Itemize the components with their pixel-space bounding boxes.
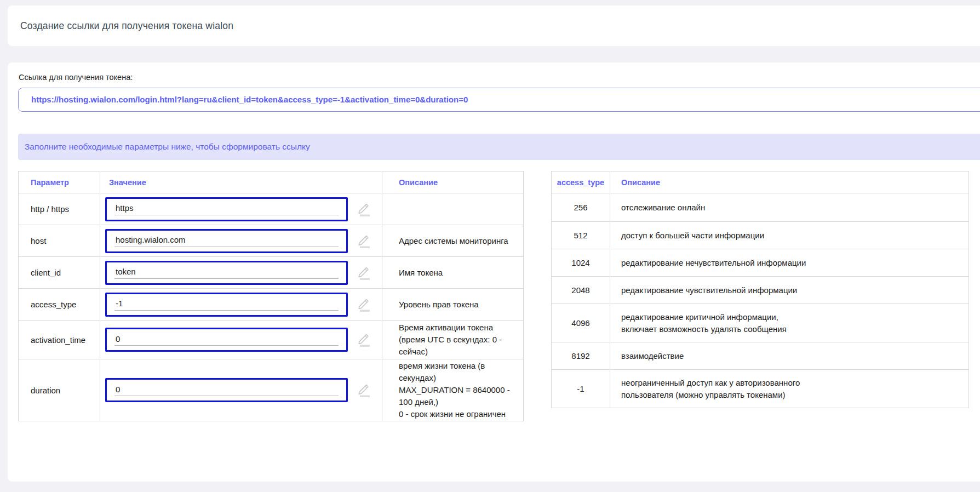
access-type-description: редактирование чувствительной информации xyxy=(610,277,969,304)
access-type-description: редактирование нечувствительной информац… xyxy=(610,249,969,277)
param-value-input[interactable] xyxy=(114,265,339,279)
param-value-cell xyxy=(100,289,382,321)
table-row: 8192 взаимодействие xyxy=(552,342,969,370)
table-row: client_id Имя токена xyxy=(19,257,524,289)
param-name: http / https xyxy=(19,193,100,225)
param-name: access_type xyxy=(19,289,100,321)
value-input-box[interactable] xyxy=(105,261,348,285)
page-title: Создание ссылки для получения токена wia… xyxy=(20,20,233,32)
value-input-box[interactable] xyxy=(105,229,348,253)
params-table: Параметр Значение Описание http / https xyxy=(18,171,524,421)
param-name: client_id xyxy=(19,257,100,289)
value-input-box[interactable] xyxy=(105,328,348,352)
value-input-box[interactable] xyxy=(105,378,348,402)
table-row: access_type Уровень прав токена xyxy=(19,289,524,321)
column-header-value: Значение xyxy=(100,171,382,193)
table-row: 1024 редактирование нечувствительной инф… xyxy=(552,249,969,277)
param-name: duration xyxy=(19,359,100,421)
table-row: 2048 редактирование чувствительной инфор… xyxy=(552,277,969,304)
table-row: 256 отслеживание онлайн xyxy=(552,193,969,222)
table-row: 512 доступ к большей части информации xyxy=(552,222,969,249)
param-description xyxy=(382,193,524,225)
param-description: Имя токена xyxy=(382,257,524,289)
param-value-input[interactable] xyxy=(114,297,339,311)
edit-pencil-icon[interactable] xyxy=(355,296,371,313)
access-type-value: 2048 xyxy=(552,277,610,304)
access-type-value: 4096 xyxy=(552,304,610,342)
edit-pencil-icon[interactable] xyxy=(355,265,371,281)
table-row: http / https xyxy=(19,193,524,225)
param-description: Время активации токена (время UTC в секу… xyxy=(382,321,524,359)
params-table-header-row: Параметр Значение Описание xyxy=(19,171,524,193)
edit-pencil-icon[interactable] xyxy=(355,201,371,218)
value-input-box[interactable] xyxy=(105,197,348,221)
param-name: activation_time xyxy=(19,321,100,359)
param-value-cell xyxy=(100,193,382,225)
table-row: host Адрес системы мониторинга xyxy=(19,225,524,257)
param-description: Уровень прав токена xyxy=(382,289,524,321)
param-value-cell xyxy=(100,359,382,421)
column-header-description: Описание xyxy=(382,171,524,193)
access-type-description: взаимодействие xyxy=(610,342,969,370)
param-value-input[interactable] xyxy=(114,202,339,215)
column-header-description: Описание xyxy=(610,171,969,193)
header-card: Создание ссылки для получения токена wia… xyxy=(8,5,980,46)
value-input-box[interactable] xyxy=(105,293,348,317)
param-name: host xyxy=(19,225,100,257)
param-description: время жизни токена (в секундах) MAX_DURA… xyxy=(382,359,524,421)
param-description: Адрес системы мониторинга xyxy=(382,225,524,257)
param-value-input[interactable] xyxy=(114,332,339,346)
param-value-cell xyxy=(100,257,382,289)
access-type-value: -1 xyxy=(552,370,610,408)
tables-row: Параметр Значение Описание http / https xyxy=(18,171,980,421)
param-value-input[interactable] xyxy=(114,233,339,247)
table-row: duration время жизни токена (в секундах)… xyxy=(19,359,524,421)
access-type-value: 256 xyxy=(552,193,610,222)
access-type-value: 1024 xyxy=(552,249,610,277)
access-type-value: 8192 xyxy=(552,342,610,370)
column-header-param: Параметр xyxy=(19,171,100,193)
param-value-cell xyxy=(100,225,382,257)
info-banner-text: Заполните необходимые параметры ниже, чт… xyxy=(25,142,310,152)
access-type-description: доступ к большей части информации xyxy=(610,222,969,249)
edit-pencil-icon[interactable] xyxy=(355,233,371,249)
table-row: activation_time Время активации токена (… xyxy=(19,321,524,359)
edit-pencil-icon[interactable] xyxy=(355,331,371,348)
info-banner: Заполните необходимые параметры ниже, чт… xyxy=(18,134,980,160)
token-link-label: Ссылка для получения токена: xyxy=(19,73,980,82)
main-card: Ссылка для получения токена: Заполните н… xyxy=(8,62,980,482)
access-type-description: отслеживание онлайн xyxy=(610,193,969,222)
table-row: 4096 редактирование критичной информации… xyxy=(552,304,969,342)
param-value-input[interactable] xyxy=(114,382,339,396)
access-type-description: редактирование критичной информации, вкл… xyxy=(610,304,969,342)
token-url-input[interactable] xyxy=(18,88,980,112)
param-value-cell xyxy=(100,321,382,359)
access-type-description: неограниченный доступ как у авторизованн… xyxy=(610,370,969,408)
access-type-table: access_type Описание 256 отслеживание он… xyxy=(551,171,969,408)
access-type-value: 512 xyxy=(552,222,610,249)
table-row: -1 неограниченный доступ как у авторизов… xyxy=(552,370,969,408)
access-table-header-row: access_type Описание xyxy=(552,171,969,193)
column-header-access-type: access_type xyxy=(552,171,610,193)
edit-pencil-icon[interactable] xyxy=(355,382,371,398)
